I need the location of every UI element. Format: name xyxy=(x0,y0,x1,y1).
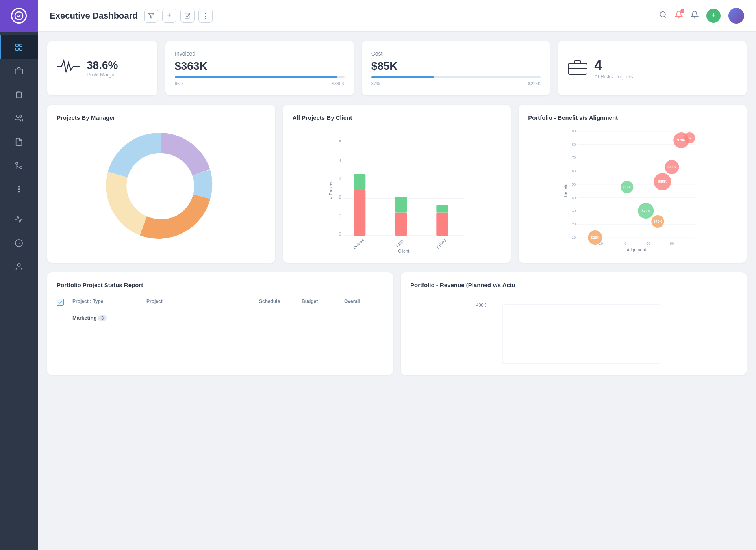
projects-by-manager-card: Projects By Manager xyxy=(47,105,275,263)
col-project-type: Project : Type xyxy=(72,299,143,306)
revenue-chart-svg: 400K xyxy=(410,295,737,366)
col-checkbox xyxy=(57,299,69,306)
bar-chart-svg: # Project 0 1 2 3 4 5 xyxy=(293,127,502,253)
svg-text:Alignment: Alignment xyxy=(627,247,646,252)
svg-text:10: 10 xyxy=(572,236,576,240)
user-avatar[interactable] xyxy=(728,8,744,24)
invoiced-progress-fill xyxy=(175,76,337,78)
sidebar-item-git[interactable] xyxy=(0,154,38,177)
check-icon xyxy=(58,300,62,304)
all-projects-by-client-title: All Projects By Client xyxy=(293,114,502,121)
invoiced-value: $363K xyxy=(175,60,345,72)
sidebar-item-analytics[interactable] xyxy=(0,208,38,231)
search-button[interactable] xyxy=(659,11,667,20)
svg-text:80: 80 xyxy=(670,242,674,245)
scatter-chart-svg: Benefit xyxy=(528,127,737,253)
svg-rect-3 xyxy=(20,48,22,50)
svg-text:HBO: HBO xyxy=(395,239,404,248)
svg-rect-35 xyxy=(436,213,448,236)
sidebar-divider xyxy=(7,204,30,204)
filter-button[interactable] xyxy=(144,9,158,23)
sidebar-item-dashboard[interactable] xyxy=(0,35,38,59)
profit-margin-label: Profit Margin xyxy=(87,72,118,78)
sidebar-item-projects[interactable] xyxy=(0,59,38,83)
svg-text:5: 5 xyxy=(339,140,341,144)
svg-text:50: 50 xyxy=(572,182,576,186)
dashboard-content: 38.6% Profit Margin Invoiced $363K 96% $… xyxy=(38,32,756,550)
cost-progress-left: 37% xyxy=(371,81,380,86)
at-risk-icon xyxy=(567,58,588,79)
notification-badge xyxy=(680,9,684,13)
col-project: Project xyxy=(146,299,256,306)
chart-bar-icon xyxy=(15,215,23,224)
svg-rect-34 xyxy=(395,197,407,213)
svg-text:40: 40 xyxy=(623,242,627,245)
profit-margin-value: 38.6% xyxy=(87,59,118,72)
more-button[interactable]: ⋮ xyxy=(198,9,213,23)
svg-text:Benefit: Benefit xyxy=(563,184,568,197)
sidebar-logo[interactable] xyxy=(0,0,38,32)
all-projects-by-client-card: All Projects By Client # Project 0 1 2 3… xyxy=(283,105,511,263)
svg-text:$85K: $85K xyxy=(658,180,667,184)
svg-text:2: 2 xyxy=(339,195,341,199)
svg-rect-32 xyxy=(354,174,365,190)
create-button[interactable]: + xyxy=(706,9,721,23)
filter-icon xyxy=(148,13,154,19)
svg-rect-33 xyxy=(395,213,407,236)
table-row: Marketing 3 xyxy=(57,310,384,326)
page-title: Executive Dashboard xyxy=(50,11,138,21)
svg-rect-5 xyxy=(18,91,20,93)
marketing-badge: 3 xyxy=(98,315,107,321)
svg-rect-36 xyxy=(436,205,448,213)
notifications-button[interactable] xyxy=(675,11,683,20)
charts-row: Projects By Manager xyxy=(47,105,747,263)
main-area: Executive Dashboard + ⋮ xyxy=(38,0,756,550)
sidebar xyxy=(0,0,38,550)
svg-text:40: 40 xyxy=(572,196,576,200)
sidebar-item-tasks[interactable] xyxy=(0,83,38,106)
at-risk-card: 4 At Risks Projects xyxy=(558,41,747,95)
sidebar-item-team[interactable] xyxy=(0,106,38,130)
invoiced-progress-labels: 96% $380K xyxy=(175,81,345,86)
sidebar-item-documents[interactable] xyxy=(0,130,38,154)
invoiced-progress-right: $380K xyxy=(332,81,345,86)
portfolio-revenue-card: Portfolio - Revenue (Planned v/s Actu 40… xyxy=(401,272,747,375)
sidebar-item-history[interactable] xyxy=(0,231,38,255)
git-icon xyxy=(15,161,23,170)
svg-marker-14 xyxy=(148,13,154,18)
header-actions: + ⋮ xyxy=(144,9,213,23)
svg-point-8 xyxy=(16,162,18,165)
alerts-button[interactable] xyxy=(691,11,699,20)
add-button[interactable]: + xyxy=(162,9,176,23)
donut-chart-wrapper xyxy=(57,127,266,245)
svg-text:30: 30 xyxy=(572,209,576,213)
svg-point-7 xyxy=(20,167,22,169)
svg-text:20: 20 xyxy=(572,222,576,226)
header: Executive Dashboard + ⋮ xyxy=(38,0,756,32)
header-checkbox[interactable] xyxy=(57,299,64,306)
svg-rect-2 xyxy=(16,48,18,50)
cost-value: $85K xyxy=(371,60,541,72)
svg-text:$60K: $60K xyxy=(668,165,676,169)
svg-rect-1 xyxy=(20,44,22,46)
svg-point-10 xyxy=(19,189,20,190)
portfolio-benefit-title: Portfolio - Benefit v/s Alignment xyxy=(528,114,737,121)
clock-icon xyxy=(15,239,23,247)
revenue-chart-area: 400K xyxy=(410,295,737,366)
svg-text:$7: $7 xyxy=(688,136,691,140)
svg-text:1: 1 xyxy=(339,214,341,218)
svg-rect-17 xyxy=(568,63,587,74)
svg-text:4: 4 xyxy=(339,158,341,163)
invoiced-progress-bg xyxy=(175,76,345,78)
svg-text:0: 0 xyxy=(339,232,341,236)
header-right: + xyxy=(659,8,744,24)
svg-text:70: 70 xyxy=(572,156,576,160)
scatter-chart-wrapper: Benefit xyxy=(528,127,737,253)
invoiced-label: Invoiced xyxy=(175,50,345,57)
edit-button[interactable] xyxy=(180,9,195,23)
sidebar-item-profile[interactable] xyxy=(0,255,38,279)
cost-progress-fill xyxy=(371,76,434,78)
bottom-row: Portfolio Project Status Report Project … xyxy=(47,272,747,375)
profit-margin-values: 38.6% Profit Margin xyxy=(87,59,118,78)
sidebar-item-more[interactable] xyxy=(0,177,38,201)
